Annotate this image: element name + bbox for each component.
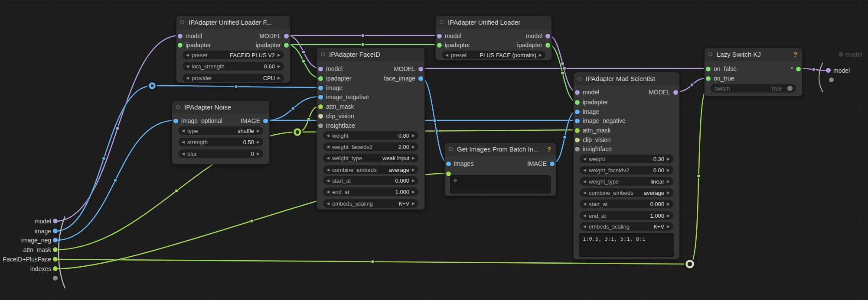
decrement-arrow-icon[interactable]: ◀ [186, 64, 189, 68]
port-dot[interactable] [575, 119, 580, 123]
widget-weight[interactable]: ◀ weight 0.30 ▶ [580, 155, 673, 163]
port-dot[interactable] [575, 128, 580, 133]
input-image-negative[interactable]: image_negative [318, 93, 369, 101]
decrement-arrow-icon[interactable]: ◀ [326, 133, 330, 138]
port-dot[interactable] [318, 104, 323, 109]
group-input-port-faceid-plusface[interactable] [53, 257, 58, 261]
widget-blur[interactable]: ◀ blur 0 ▶ [178, 149, 263, 158]
input-image[interactable]: image [575, 107, 599, 116]
increment-arrow-icon[interactable]: ▶ [412, 201, 415, 206]
decrement-arrow-icon[interactable]: ◀ [186, 53, 189, 57]
node-title-bar[interactable]: Lazy Switch KJ ? [705, 48, 802, 61]
decrement-arrow-icon[interactable]: ◀ [182, 140, 185, 144]
port-dot[interactable] [173, 119, 178, 123]
widget-preset[interactable]: ◀ preset PLUS FACE (portraits) ▶ [442, 51, 545, 59]
widget-strength[interactable]: ◀ strength 0.50 ▶ [178, 138, 263, 146]
increment-arrow-icon[interactable]: ▶ [667, 190, 670, 195]
decrement-arrow-icon[interactable]: ◀ [326, 201, 330, 206]
input-clip-vision[interactable]: clip_vision [318, 112, 354, 120]
decrement-arrow-icon[interactable]: ◀ [583, 190, 586, 195]
help-icon[interactable]: ? [547, 143, 551, 156]
input-model[interactable]: model [178, 32, 202, 40]
node-lazy-switch-kj[interactable]: Lazy Switch KJ ? on_false on_true * swit… [704, 48, 803, 97]
output-image[interactable]: IMAGE [241, 116, 268, 125]
node-title-bar[interactable]: IPAdapter Unified Loader F... [176, 16, 290, 29]
port-dot[interactable] [545, 34, 550, 39]
widget-weight[interactable]: ◀ weight 0.80 ▶ [323, 131, 418, 140]
increment-arrow-icon[interactable]: ▶ [412, 190, 415, 194]
increment-arrow-icon[interactable]: ▶ [277, 53, 281, 57]
port-dot[interactable] [318, 86, 323, 90]
widget-switch[interactable]: switch true [711, 84, 796, 93]
widget-start-at[interactable]: ◀ start_at 0.000 ▶ [323, 176, 418, 185]
toggle-icon[interactable] [787, 86, 793, 91]
widget-type[interactable]: ◀ type shuffle ▶ [178, 126, 263, 135]
input-image[interactable]: image [318, 84, 343, 92]
widget-weight-type[interactable]: ◀ weight_type linear ▶ [580, 177, 673, 186]
node-ipadapter-unified-loader-faceid[interactable]: IPAdapter Unified Loader F... model ipad… [176, 16, 290, 83]
decrement-arrow-icon[interactable]: ◀ [583, 168, 586, 172]
group-input-port-unassigned[interactable] [53, 276, 58, 281]
widget-end-at[interactable]: ◀ end_at 1.000 ▶ [580, 211, 673, 220]
decrement-arrow-icon[interactable]: ◀ [182, 152, 185, 156]
input-on-false[interactable]: on_false [706, 65, 737, 73]
collapse-dot[interactable] [440, 20, 444, 24]
increment-arrow-icon[interactable]: ▶ [412, 156, 415, 160]
input-attn-mask[interactable]: attn_mask [575, 126, 611, 135]
input-image-negative[interactable]: image_negative [575, 116, 626, 125]
decrement-arrow-icon[interactable]: ◀ [583, 157, 586, 161]
widget-start-at[interactable]: ◀ start_at 0.000 ▶ [580, 200, 673, 208]
input-model[interactable]: model [437, 32, 461, 40]
increment-arrow-icon[interactable]: ▶ [667, 168, 670, 172]
port-dot[interactable] [318, 67, 323, 71]
port-dot[interactable] [418, 76, 423, 81]
decrement-arrow-icon[interactable]: ◀ [583, 202, 586, 206]
node-ipadapter-unified-loader[interactable]: IPAdapter Unified Loader model ipadapter… [435, 16, 552, 61]
increment-arrow-icon[interactable]: ▶ [667, 213, 670, 218]
widget-weight-type[interactable]: ◀ weight_type weak input ▶ [323, 154, 418, 162]
port-dot[interactable] [418, 67, 423, 71]
port-dot[interactable] [575, 138, 580, 142]
input-insightface[interactable]: insightface [318, 121, 355, 130]
port-dot[interactable] [575, 100, 580, 105]
port-dot[interactable] [318, 76, 323, 81]
decrement-arrow-icon[interactable]: ◀ [182, 129, 185, 133]
port-dot[interactable] [284, 34, 289, 39]
collapse-dot[interactable] [176, 105, 180, 109]
node-title-bar[interactable]: IPAdapter Unified Loader [436, 16, 551, 29]
output-model[interactable]: model [526, 32, 550, 40]
input-insightface[interactable]: insightface [575, 145, 612, 153]
output-ipadapter[interactable]: ipadapter [256, 41, 289, 49]
widget-provider[interactable]: ◀ provider CPU ▶ [183, 74, 284, 82]
node-title-bar[interactable]: Get Images From Batch In... ? [445, 143, 556, 156]
input-image-optional[interactable]: image_optional [173, 116, 222, 125]
increment-arrow-icon[interactable]: ▶ [667, 179, 670, 184]
port-dot[interactable] [575, 110, 580, 114]
increment-arrow-icon[interactable]: ▶ [257, 140, 260, 144]
input-on-true[interactable]: on_true [706, 74, 734, 83]
decrement-arrow-icon[interactable]: ◀ [583, 179, 586, 184]
widget-end-at[interactable]: ◀ end_at 1.000 ▶ [323, 187, 418, 196]
port-dot[interactable] [318, 123, 323, 128]
widget-embeds-scaling[interactable]: ◀ embeds_scaling K+V ▶ [580, 222, 673, 231]
group-output-port-model[interactable] [826, 68, 831, 73]
input-model[interactable]: model [575, 88, 599, 97]
increment-arrow-icon[interactable]: ▶ [667, 157, 670, 161]
node-title-bar[interactable]: IPAdapter FaceID [317, 48, 424, 61]
output-any[interactable]: * [791, 65, 801, 73]
collapse-dot[interactable] [449, 147, 453, 151]
decrement-arrow-icon[interactable]: ◀ [583, 213, 586, 218]
decrement-arrow-icon[interactable]: ◀ [326, 190, 330, 194]
faceidv2-weights-textbox[interactable]: 1:0.5, 3:1, 5:1, 8:1 [579, 233, 674, 257]
output-image[interactable]: IMAGE [527, 159, 555, 168]
output-face-image[interactable]: face_image [384, 74, 423, 83]
input-ipadapter[interactable]: ipadapter [178, 41, 211, 49]
port-dot[interactable] [263, 119, 268, 123]
collapse-dot[interactable] [321, 52, 325, 56]
port-dot[interactable] [437, 43, 442, 48]
input-model[interactable]: model [318, 65, 343, 73]
indexes-textbox[interactable]: 0 [450, 175, 551, 194]
increment-arrow-icon[interactable]: ▶ [412, 178, 415, 183]
input-attn-mask[interactable]: attn_mask [318, 102, 354, 111]
input-ipadapter[interactable]: ipadapter [318, 74, 351, 83]
